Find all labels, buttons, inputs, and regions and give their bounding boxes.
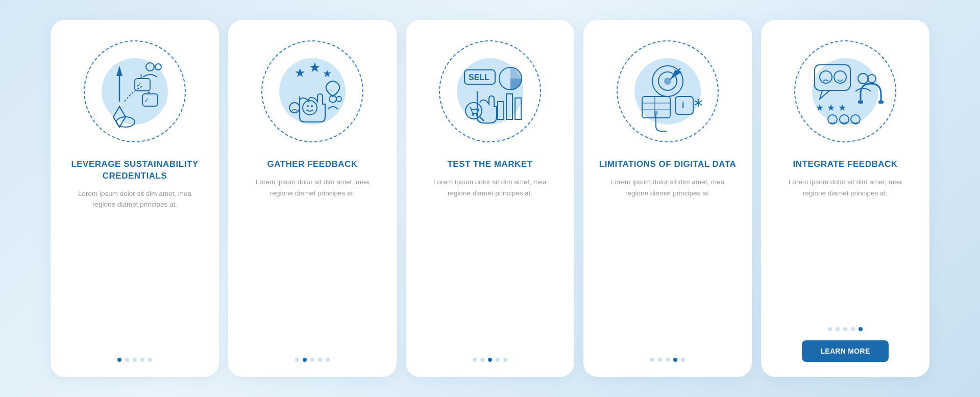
svg-text:1: 1	[148, 89, 150, 94]
card-test: SELL TEST THE MARKET	[406, 20, 574, 377]
card-5-text: Lorem ipsum dolor sit dim amet, mea regi…	[776, 177, 914, 318]
dot-1-4	[140, 358, 144, 362]
card-2-text: Lorem ipsum dolor sit dim amet, mea regi…	[243, 177, 381, 349]
card-2-dots	[295, 358, 330, 362]
svg-line-30	[480, 117, 484, 121]
card-3-dots	[473, 358, 507, 362]
dot-4-5	[681, 358, 685, 362]
dot-5-4	[851, 327, 855, 331]
svg-point-60	[840, 115, 849, 124]
dot-2-3	[310, 358, 314, 362]
svg-point-28	[472, 114, 474, 116]
card-4-title: LIMITATIONS OF DIGITAL DATA	[599, 159, 736, 170]
card-gather: ★ ★ ★ GATHER FEEDBACK	[228, 20, 397, 377]
dot-4-3	[666, 358, 670, 362]
svg-point-50	[858, 73, 868, 84]
svg-point-20	[336, 96, 341, 102]
svg-point-48	[820, 71, 832, 83]
illustration-svg-3: SELL	[449, 51, 531, 132]
card-4-illustration: i	[611, 35, 724, 147]
dot-5-1	[828, 327, 832, 331]
illustration-svg-1: ✓ 2 ✓ 1	[94, 51, 176, 132]
card-5-illustration: ★ ★ ★	[789, 35, 901, 147]
svg-rect-36	[675, 96, 693, 114]
dot-4-1	[650, 358, 654, 362]
svg-point-61	[851, 115, 860, 124]
dot-1-3	[133, 358, 137, 362]
svg-marker-47	[820, 90, 830, 99]
svg-point-17	[311, 105, 313, 107]
card-4-dots	[650, 358, 685, 362]
dot-3-3	[488, 358, 492, 362]
dot-3-4	[496, 358, 500, 362]
dot-2-1	[295, 358, 299, 362]
dot-5-3	[843, 327, 847, 331]
svg-point-15	[303, 101, 317, 115]
illustration-svg-2: ★ ★ ★	[272, 51, 353, 132]
card-2-title: GATHER FEEDBACK	[267, 159, 357, 170]
dot-5-5	[859, 327, 863, 331]
svg-point-18	[289, 103, 300, 113]
card-leverage: ✓ 2 ✓ 1 LEVERAGE SUSTAINABILITY CREDENTI…	[51, 20, 219, 377]
svg-text:✓: ✓	[144, 96, 150, 104]
svg-point-51	[868, 75, 876, 83]
svg-rect-57	[858, 101, 863, 104]
svg-point-33	[664, 78, 671, 85]
svg-text:★: ★	[295, 66, 306, 80]
card-5-title: INTEGRATE FEEDBACK	[793, 159, 897, 170]
svg-point-10	[146, 63, 154, 71]
svg-text:✓: ✓	[136, 81, 142, 89]
dot-1-1	[117, 358, 121, 362]
dot-3-1	[473, 358, 477, 362]
card-1-title: LEVERAGE SUSTAINABILITY CREDENTIALS	[65, 159, 205, 182]
card-3-text: Lorem ipsum dolor sit dim amet, mea regi…	[421, 177, 559, 349]
svg-text:i: i	[682, 101, 684, 109]
dot-2-2	[303, 358, 307, 362]
card-3-title: TEST THE MARKET	[447, 159, 532, 170]
svg-rect-58	[878, 101, 884, 104]
svg-text:★: ★	[838, 103, 846, 113]
svg-marker-1	[116, 66, 122, 76]
svg-point-27	[465, 103, 482, 119]
dot-2-5	[326, 358, 330, 362]
svg-rect-26	[515, 98, 521, 119]
illustration-svg-5: ★ ★ ★	[804, 51, 886, 132]
dot-3-2	[480, 358, 484, 362]
dot-5-2	[836, 327, 840, 331]
svg-text:2: 2	[140, 73, 142, 79]
svg-point-29	[476, 114, 478, 116]
card-limitations: i LIMITATIONS OF DIGITAL DATA Lorem ipsu…	[583, 20, 752, 377]
card-4-text: Lorem ipsum dolor sit dim amet, mea regi…	[599, 177, 737, 349]
card-1-text: Lorem ipsum dolor sit dim amet, mea regi…	[66, 188, 204, 349]
svg-text:★: ★	[827, 103, 835, 113]
svg-point-16	[307, 105, 309, 107]
svg-rect-25	[506, 94, 512, 119]
svg-point-3	[116, 117, 135, 127]
svg-text:★: ★	[309, 60, 321, 75]
svg-rect-24	[498, 102, 504, 119]
card-2-illustration: ★ ★ ★	[256, 35, 369, 147]
dot-1-2	[125, 358, 129, 362]
dot-4-2	[658, 358, 662, 362]
svg-text:★: ★	[323, 68, 332, 79]
illustration-svg-4: i	[627, 51, 708, 132]
dot-3-5	[503, 358, 507, 362]
dot-1-5	[148, 358, 152, 362]
svg-text:★: ★	[816, 103, 824, 113]
svg-point-45	[654, 111, 658, 115]
card-1-dots	[117, 358, 152, 362]
card-5-dots	[828, 327, 863, 331]
card-integrate: ★ ★ ★ INTEGRATE FEEDBACK Lorem ipsum dol…	[761, 20, 929, 377]
learn-more-button[interactable]: LEARN MORE	[802, 340, 888, 362]
cards-container: ✓ 2 ✓ 1 LEVERAGE SUSTAINABILITY CREDENTI…	[30, 5, 950, 392]
card-3-illustration: SELL	[434, 35, 546, 147]
svg-point-59	[828, 115, 837, 124]
card-1-illustration: ✓ 2 ✓ 1	[79, 35, 191, 147]
svg-point-11	[155, 64, 161, 70]
dot-4-4	[673, 358, 677, 362]
svg-text:SELL: SELL	[469, 73, 489, 82]
dot-2-4	[318, 358, 322, 362]
